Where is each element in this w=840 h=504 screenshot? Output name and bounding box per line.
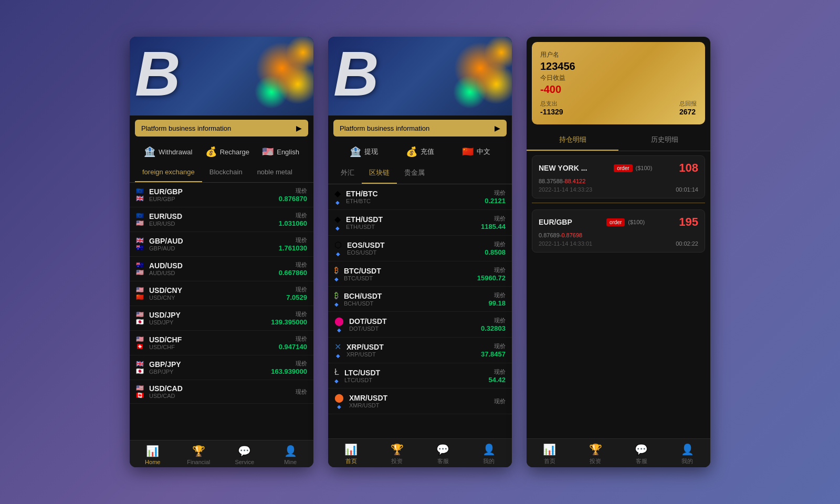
market-row[interactable]: 🇺🇸🇯🇵 USD/JPY USD/JPY 现价 139.395000 [130,306,313,331]
nav-home-label-2: 首页 [345,457,357,465]
withdrawal-label-2: 提现 [364,147,378,156]
market-row[interactable]: 🇦🇺🇺🇸 AUD/USD AUD/USD 现价 0.667860 [130,257,313,281]
withdrawal-button-2[interactable]: 🏦 提现 [350,146,378,158]
language-button[interactable]: 🇺🇸 English [262,146,299,158]
order-badge-1: order ($100) [614,164,652,172]
market-row[interactable]: 🇪🇺🇺🇸 EUR/USD EUR/USD 现价 1.031060 [130,207,313,232]
portfolio-card: 用户名 123456 今日收益 -400 总支出 -11329 总回报 2672 [532,42,705,124]
nav-invest-label-3: 投资 [590,457,601,465]
market-info-eurgbp: EUR/GBP EUR/GBP [149,187,279,202]
nav-service-label-3: 客服 [636,457,647,465]
service-icon-3: 💬 [635,443,648,456]
market-row[interactable]: 🇬🇧🇦🇺 GBP/AUD GBP/AUD 现价 1.761030 [130,232,313,257]
price-col-eurgbp: 现价 0.876870 [279,187,307,203]
nav-service[interactable]: 💬 Service [222,445,268,465]
flags-gbpjpy: 🇬🇧🇯🇵 [136,361,144,374]
bch-icon: ₿ [334,291,339,300]
screen2-phone: B Platform business information ▶ 🏦 提现 💰… [328,37,512,467]
nav-home[interactable]: 📊 Home [130,445,176,465]
flags-gbpaud: 🇬🇧🇦🇺 [136,237,144,251]
recharge-button-2[interactable]: 💰 充值 [406,146,434,158]
screens-container: B Platform business information ▶ 🏦 With… [130,37,710,467]
total-return-label: 总回报 [679,100,697,108]
market-info-usdcad: USD/CAD USD/CAD [149,384,296,399]
tab-foreign-exchange[interactable]: foreign exchange [135,163,202,182]
market-row-eosusdt[interactable]: ⬡ ◆ EOS/USDT EOS/USDT 现价 0.8508 [328,236,512,261]
market-row-ethbtc[interactable]: ◆ ◆ ETH/BTC ETH/BTC 现价 0.2121 [328,184,512,210]
flags-usdcad: 🇺🇸🇨🇦 [136,385,144,398]
nav-financial[interactable]: 🏆 Financial [176,445,222,465]
order-date-1: 2022-11-14 14:33:23 [539,186,592,193]
platform-info-bar[interactable]: Platform business information ▶ [135,120,308,136]
home-icon-3: 📊 [543,443,556,456]
market-row[interactable]: 🇬🇧🇯🇵 GBP/JPY GBP/JPY 现价 163.939000 [130,355,313,380]
market-sub-eurgbp: EUR/GBP [149,196,279,202]
recharge-label: Recharge [220,148,249,156]
platform-info-text-2: Platform business information [340,124,429,132]
market-row-ethusdt[interactable]: ◆ ◆ ETH/USDT ETH/USDT 现价 1185.44 [328,210,512,236]
market-row[interactable]: 🇺🇸🇨🇳 USD/CNY USD/CNY 现价 7.0529 [130,281,313,306]
language-button-2[interactable]: 🇨🇳 中文 [462,146,490,158]
tab-history[interactable]: 历史明细 [618,130,710,151]
bottom-nav-2: 📊 首页 🏆 投资 💬 客服 👤 我的 [328,438,512,467]
user-value: 123456 [540,60,697,72]
order-type-2: order [606,218,625,226]
market-info-gbpjpy: GBP/JPY GBP/JPY [149,360,271,375]
flags-eurusd: 🇪🇺🇺🇸 [136,213,144,226]
order-prices-2: 0.87689-0.87698 [539,232,698,238]
nav-mine[interactable]: 👤 Mine [268,445,314,465]
market-row[interactable]: 🇺🇸🇨🇭 USD/CHF USD/CHF 现价 0.947140 [130,331,313,355]
today-value: -400 [540,83,697,96]
nav-my-3[interactable]: 👤 我的 [665,443,711,465]
market-row[interactable]: 🇺🇸🇨🇦 USD/CAD USD/CAD 现价 [130,380,313,404]
banner-letter-2: B [333,42,379,105]
action-row-2: 🏦 提现 💰 充值 🇨🇳 中文 [328,141,512,163]
market-row-btcusdt[interactable]: ₿ ◆ BTC/USDT BTC/USDT 现价 15960.72 [328,261,512,287]
platform-info-bar-2[interactable]: Platform business information ▶ [333,120,507,136]
market-row-xrpusdt[interactable]: ✕ ◆ XRP/USDT XRP/USDT 现价 37.8457 [328,338,512,363]
withdrawal-button[interactable]: 🏦 Withdrawal [144,146,192,158]
tab-blockchain[interactable]: Blockchain [202,163,250,182]
cn-flag-icon: 🇨🇳 [462,146,474,158]
banner-decoration [208,37,313,116]
tab-precious[interactable]: 贵金属 [397,163,432,184]
market-info-usdchf: USD/CHF USD/CHF [149,335,279,350]
nav-invest[interactable]: 🏆 投资 [374,443,421,465]
flags-eurgbp: 🇪🇺🇬🇧 [136,188,144,202]
market-row[interactable]: 🇪🇺🇬🇧 EUR/GBP EUR/GBP 现价 0.876870 [130,183,313,207]
nav-invest-3[interactable]: 🏆 投资 [573,443,619,465]
flags-usdcny: 🇺🇸🇨🇳 [136,287,144,300]
service-icon-2: 💬 [436,443,449,456]
nav-service-3[interactable]: 💬 客服 [618,443,665,465]
banner-decoration-2 [407,37,512,116]
recharge-icon: 💰 [205,146,217,158]
withdrawal-icon: 🏦 [144,146,155,158]
btc-icon: ₿ [334,266,339,275]
nav-home-2[interactable]: 📊 首页 [328,443,374,465]
my-icon: 👤 [482,443,496,456]
tab-holdings[interactable]: 持仓明细 [527,130,618,151]
tab-fx[interactable]: 外汇 [333,163,362,184]
my-icon-3: 👤 [681,443,694,456]
market-row-ltcusdt[interactable]: Ł ◆ LTC/USDT LTC/USDT 现价 54.42 [328,363,512,388]
market-info-eurusd: EUR/USD EUR/USD [149,212,279,227]
order-date-2: 2022-11-14 14:33:01 [539,240,592,247]
language-label: English [277,148,299,156]
tab-noble-metal[interactable]: noble metal [250,163,300,182]
tab-crypto[interactable]: 区块链 [362,163,397,184]
market-row-bchusdt[interactable]: ₿ ◆ BCH/USDT BCH/USDT 现价 99.18 [328,287,512,312]
nav-home-3[interactable]: 📊 首页 [527,443,573,465]
nav-my[interactable]: 👤 我的 [466,443,512,465]
nav-home-label-3: 首页 [544,457,555,465]
order-card-2[interactable]: EUR/GBP order ($100) 195 0.87689-0.87698… [532,209,705,253]
market-row-xmrusdt[interactable]: ⬤ ◆ XMR/USDT XMR/USDT 现价 [328,388,512,414]
market-row-dotusdt[interactable]: ⬤ ◆ DOT/USDT DOT/USDT 现价 0.32803 [328,312,512,338]
order-type-1: order [614,164,632,172]
flags-usdchf: 🇺🇸🇨🇭 [136,336,144,350]
nav-service-2[interactable]: 💬 客服 [420,443,466,465]
recharge-label-2: 充值 [421,147,434,156]
recharge-button[interactable]: 💰 Recharge [205,146,249,158]
market-info-audusd: AUD/USD AUD/USD [149,261,279,276]
screen3-phone: 用户名 123456 今日收益 -400 总支出 -11329 总回报 2672… [527,37,710,467]
order-card-1[interactable]: NEW YORK ... order ($100) 108 88.37588-8… [532,155,705,198]
